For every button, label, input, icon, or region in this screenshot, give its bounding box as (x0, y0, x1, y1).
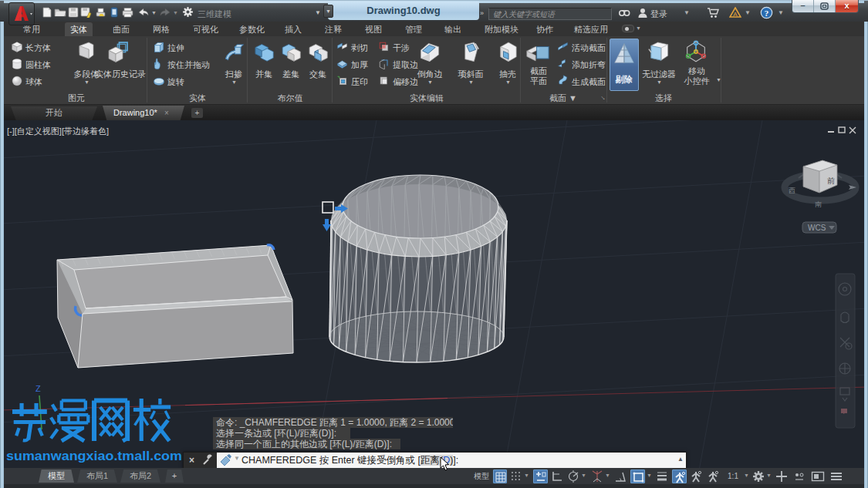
svg-text:A: A (733, 11, 738, 18)
svg-text:?: ? (765, 8, 769, 18)
